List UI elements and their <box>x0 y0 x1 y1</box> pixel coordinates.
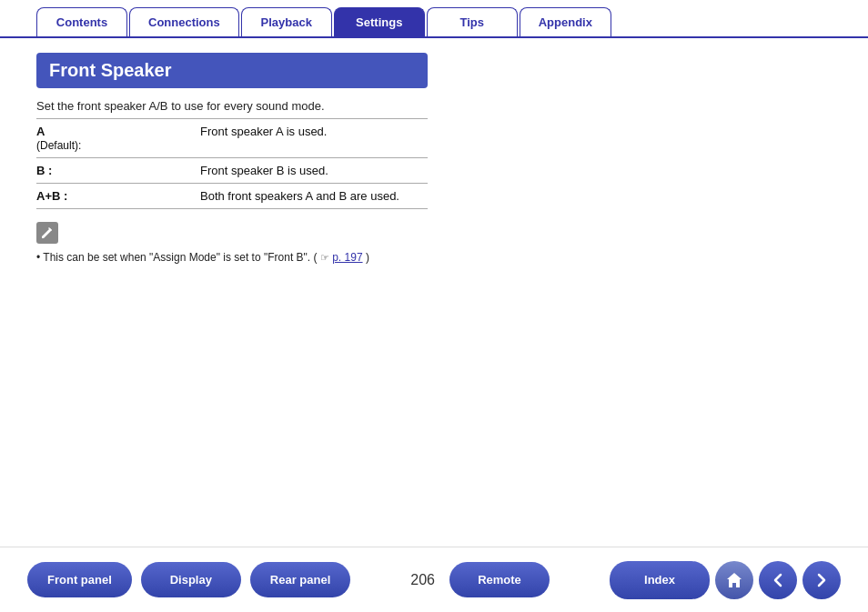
tab-tips[interactable]: Tips <box>427 7 518 36</box>
top-navigation: Contents Connections Playback Settings T… <box>0 0 868 38</box>
settings-table: A (Default): Front speaker A is used. B … <box>36 118 428 209</box>
front-panel-button[interactable]: Front panel <box>27 562 132 597</box>
table-row: B : Front speaker B is used. <box>36 158 428 184</box>
tab-settings[interactable]: Settings <box>334 7 425 36</box>
setting-label-aplusb: A+B : <box>36 189 200 203</box>
tab-playback[interactable]: Playback <box>241 7 332 36</box>
bottom-center: 206 Remote <box>410 562 550 597</box>
tab-contents[interactable]: Contents <box>36 7 127 36</box>
remote-button[interactable]: Remote <box>449 562 550 597</box>
pencil-icon <box>36 222 58 244</box>
tab-connections[interactable]: Connections <box>129 7 239 36</box>
main-content: Front Speaker Set the front speaker A/B … <box>0 38 868 264</box>
bottom-right-buttons: Index <box>610 561 841 599</box>
note-icon: ☞ <box>320 252 329 263</box>
note-text: • This can be set when "Assign Mode" is … <box>36 251 832 264</box>
page-subtitle: Set the front speaker A/B to use for eve… <box>36 99 832 113</box>
setting-label-b: B : <box>36 164 200 177</box>
page-number: 206 <box>410 572 435 588</box>
setting-value-a: Front speaker A is used. <box>200 125 327 138</box>
setting-label-a: A (Default): <box>36 125 200 152</box>
rear-panel-button[interactable]: Rear panel <box>250 562 350 597</box>
index-button[interactable]: Index <box>610 561 710 599</box>
tab-appendix[interactable]: Appendix <box>520 7 611 36</box>
bottom-left-buttons: Front panel Display Rear panel <box>27 562 350 597</box>
back-button[interactable] <box>759 561 797 599</box>
note-link[interactable]: p. 197 <box>332 251 362 264</box>
bottom-bar: Front panel Display Rear panel 206 Remot… <box>0 547 868 612</box>
display-button[interactable]: Display <box>141 562 241 597</box>
table-row: A (Default): Front speaker A is used. <box>36 119 428 158</box>
forward-button[interactable] <box>802 561 841 599</box>
setting-value-aplusb: Both front speakers A and B are used. <box>200 189 399 203</box>
home-button[interactable] <box>715 561 753 599</box>
note-section: • This can be set when "Assign Mode" is … <box>36 222 832 264</box>
setting-value-b: Front speaker B is used. <box>200 164 328 177</box>
page-title: Front Speaker <box>36 53 428 88</box>
table-row: A+B : Both front speakers A and B are us… <box>36 184 428 209</box>
